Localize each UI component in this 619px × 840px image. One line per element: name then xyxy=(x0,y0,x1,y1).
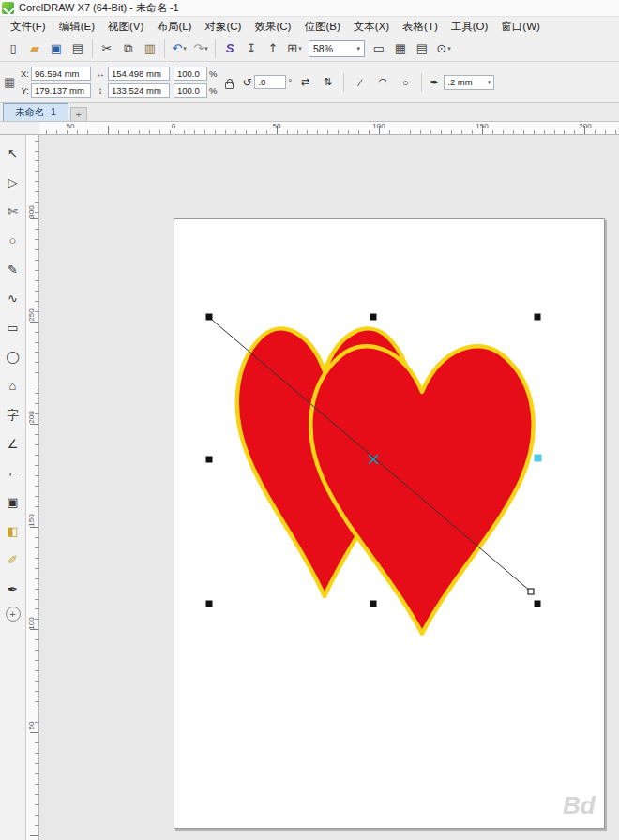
import-button[interactable]: ↧ xyxy=(241,38,262,59)
text-tool[interactable]: 字 xyxy=(2,400,24,429)
fullscreen-preview-button[interactable]: ▭ xyxy=(369,38,389,59)
show-rulers-button[interactable]: ▦ xyxy=(390,38,411,59)
object-height-icon: ↕ xyxy=(95,85,106,96)
round-corner-button[interactable]: ◠ xyxy=(373,73,392,92)
ruler-label: 100 xyxy=(26,614,38,633)
convert-to-curves-button[interactable]: ○ xyxy=(396,73,415,92)
fill-icon: ◧ xyxy=(7,524,18,538)
canvas-area[interactable]: Bd xyxy=(39,135,619,840)
customize-toolbox-button[interactable]: + xyxy=(6,607,21,622)
percent-label: % xyxy=(209,68,217,79)
rotation-angle-input[interactable] xyxy=(254,75,286,89)
magnifier-icon: ○ xyxy=(9,233,17,248)
menu-item-bitmaps[interactable]: 位图(B) xyxy=(297,18,346,36)
object-width-input[interactable] xyxy=(108,67,170,81)
export-button[interactable]: ↥ xyxy=(263,38,283,59)
object-position-icon: ▦ xyxy=(4,75,15,89)
print-button[interactable]: ▤ xyxy=(68,38,88,59)
mirror-horizontal-button[interactable]: ⇄ xyxy=(295,73,314,92)
smart-drawing-tool[interactable]: ∿ xyxy=(2,284,24,313)
tab-untitled-1[interactable]: 未命名 -1 xyxy=(3,103,68,121)
menu-item-tools[interactable]: 工具(O) xyxy=(445,18,495,36)
cut-button[interactable]: ✂ xyxy=(97,38,117,59)
vertical-ruler[interactable]: 300 250 200 150 100 50 xyxy=(26,135,39,840)
open-button[interactable]: ▰ xyxy=(24,38,45,59)
zoom-level-combobox[interactable]: 58% ▾ xyxy=(309,40,365,57)
text-icon: 字 xyxy=(7,407,19,424)
polygon-tool[interactable]: ⌂ xyxy=(2,371,24,400)
app-launcher-icon: ⊞ xyxy=(287,41,297,55)
mirror-vertical-button[interactable]: ⇅ xyxy=(318,73,337,92)
line-end-node[interactable] xyxy=(528,589,534,594)
save-button[interactable]: ▣ xyxy=(46,38,67,59)
scale-horizontal-input[interactable] xyxy=(174,67,207,81)
standard-toolbar: ▯ ▰ ▣ ▤ ✂ ⧉ ▥ ↶▾ ↷▾ S ↧ ↥ ⊞▾ 58% ▾ ▭ ▦ ▤… xyxy=(0,36,619,62)
selection-handle-bottom-middle[interactable] xyxy=(370,601,377,608)
shape-tool[interactable]: ▷ xyxy=(2,168,24,197)
heart-shape-front[interactable] xyxy=(310,346,533,633)
selection-handle-middle-right[interactable] xyxy=(535,455,542,462)
scale-vertical-input[interactable] xyxy=(174,83,207,98)
snap-to-button[interactable]: ⊙▾ xyxy=(433,38,454,59)
new-document-button[interactable]: ▯ xyxy=(3,38,23,59)
paste-icon: ▥ xyxy=(144,41,156,55)
selection-handle-top-middle[interactable] xyxy=(370,314,377,321)
menu-item-layout[interactable]: 布局(L) xyxy=(150,18,198,36)
outline-width-combobox[interactable]: .2 mm ▾ xyxy=(444,75,494,90)
ruler-icon: ▦ xyxy=(395,41,406,55)
menu-item-window[interactable]: 窗口(W) xyxy=(494,18,547,36)
open-folder-icon: ▰ xyxy=(30,41,39,55)
selection-handle-bottom-left[interactable] xyxy=(206,601,213,608)
zoom-tool[interactable]: ○ xyxy=(2,226,24,255)
new-tab-button[interactable]: + xyxy=(70,107,87,121)
chevron-down-icon: ▾ xyxy=(204,45,208,52)
connect-button[interactable]: S xyxy=(219,38,240,59)
x-position-input[interactable] xyxy=(31,67,91,81)
slant-button[interactable]: ∕ xyxy=(351,73,370,92)
selection-handle-bottom-right[interactable] xyxy=(535,601,541,608)
object-height-input[interactable] xyxy=(108,83,170,98)
pick-tool[interactable]: ↖ xyxy=(2,139,24,168)
fill-tool[interactable]: ◧ xyxy=(2,517,24,546)
freehand-tool[interactable]: ✎ xyxy=(2,255,24,284)
lock-icon xyxy=(225,82,234,89)
lock-ratio-button[interactable] xyxy=(220,73,237,92)
dimension-tool[interactable]: ∠ xyxy=(2,429,24,458)
chevron-down-icon: ▾ xyxy=(447,45,451,52)
print-icon: ▤ xyxy=(72,41,83,55)
drop-shadow-icon: ▣ xyxy=(7,495,18,509)
menu-item-edit[interactable]: 编辑(E) xyxy=(53,18,101,36)
application-launcher-button[interactable]: ⊞▾ xyxy=(284,38,305,59)
menu-item-file[interactable]: 文件(F) xyxy=(4,18,53,36)
connector-tool[interactable]: ⌐ xyxy=(2,458,24,488)
menu-item-view[interactable]: 视图(V) xyxy=(101,18,150,36)
menu-item-effects[interactable]: 效果(C) xyxy=(248,18,297,36)
mirror-horizontal-icon: ⇄ xyxy=(301,76,310,88)
redo-button[interactable]: ↷▾ xyxy=(190,38,211,59)
selection-handle-top-right[interactable] xyxy=(535,314,541,321)
undo-button[interactable]: ↶▾ xyxy=(169,38,189,59)
drop-shadow-tool[interactable]: ▣ xyxy=(2,488,24,517)
show-grid-button[interactable]: ▤ xyxy=(412,38,432,59)
ellipse-tool[interactable]: ◯ xyxy=(2,342,24,371)
eyedropper-tool[interactable]: ✐ xyxy=(2,546,24,575)
selection-handle-top-left[interactable] xyxy=(206,314,213,321)
menu-item-text[interactable]: 文本(X) xyxy=(347,18,396,36)
shape-icon: ▷ xyxy=(8,175,18,189)
connect-icon: S xyxy=(226,41,234,55)
crop-tool[interactable]: ✄ xyxy=(2,197,24,226)
rectangle-tool[interactable]: ▭ xyxy=(2,313,24,342)
copy-button[interactable]: ⧉ xyxy=(118,38,139,59)
ruler-label: 250 xyxy=(26,306,38,324)
menu-item-object[interactable]: 对象(C) xyxy=(198,18,248,36)
horizontal-ruler[interactable]: 50 0 50 100 150 200 xyxy=(39,122,619,135)
menu-item-table[interactable]: 表格(T) xyxy=(396,18,445,36)
slant-icon: ∕ xyxy=(359,77,361,88)
paste-button[interactable]: ▥ xyxy=(140,38,160,59)
outline-pen-icon: ✒ xyxy=(429,76,440,89)
y-position-input[interactable] xyxy=(31,83,91,98)
degree-label: ° xyxy=(288,77,292,87)
outline-pen-tool[interactable]: ✒ xyxy=(2,575,24,604)
selection-handle-middle-left[interactable] xyxy=(206,457,213,463)
export-icon: ↥ xyxy=(268,41,279,55)
